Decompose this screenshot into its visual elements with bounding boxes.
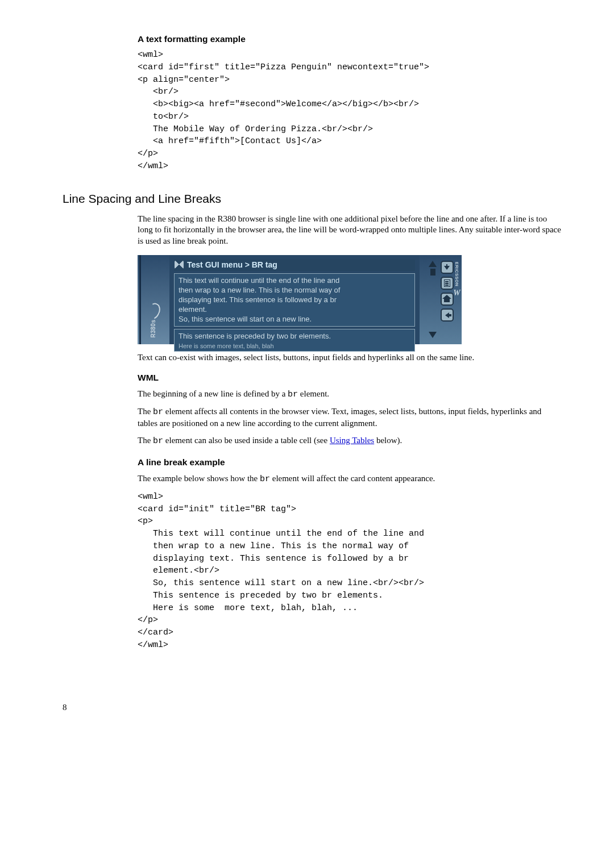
device-left-bezel: R380s — [138, 255, 169, 344]
swoosh-icon — [144, 301, 163, 322]
download-button[interactable] — [441, 261, 454, 274]
device-model-label: R380s — [151, 320, 157, 338]
section-p1: The line spacing in the R380 browser is … — [138, 214, 563, 248]
wml-heading: WML — [138, 373, 563, 383]
scroll-up-icon[interactable] — [429, 261, 437, 267]
example2-heading: A line break example — [138, 457, 563, 468]
scrollbar[interactable] — [428, 261, 438, 338]
section-heading: Line Spacing and Line Breaks — [63, 192, 563, 206]
device-right-controls: ERICSSON W — [420, 255, 462, 344]
wml-p3: The br element can also be used inside a… — [138, 435, 563, 447]
home-button[interactable] — [441, 293, 454, 306]
scroll-thumb[interactable] — [430, 269, 435, 276]
example1-code: <wml> <card id="first" title="Pizza Peng… — [138, 49, 563, 173]
content-box-2: This sentence is preceded by two br elem… — [174, 329, 415, 352]
example2-code: <wml> <card id="init" title="BR tag"> <p… — [138, 491, 563, 652]
browser-titlebar: Test GUI menu > BR tag — [174, 260, 415, 271]
wml-p2: The br element affects all contents in t… — [138, 406, 563, 429]
example2-intro: The example below shows how the br eleme… — [138, 473, 563, 485]
back-button[interactable] — [441, 308, 454, 322]
brand-label: ERICSSON W — [454, 262, 460, 297]
device-screenshot: R380s Test GUI menu > BR tag This text w… — [138, 255, 462, 344]
wml-p1: The beginning of a new line is defined b… — [138, 389, 563, 400]
device-screen: Test GUI menu > BR tag This text will co… — [169, 255, 420, 344]
browser-title-text: Test GUI menu > BR tag — [187, 260, 277, 269]
section-p2: Text can co-exist with images, select li… — [138, 352, 563, 364]
using-tables-link[interactable]: Using Tables — [330, 436, 374, 445]
page-number: 8 — [63, 703, 563, 712]
scroll-down-icon[interactable] — [429, 332, 437, 338]
document-button[interactable] — [441, 277, 454, 290]
example1-heading: A text formatting example — [138, 34, 563, 44]
content-box-1: This text will continue until the end of… — [174, 273, 415, 326]
ericsson-w-icon: W — [453, 289, 460, 298]
app-icon — [175, 261, 184, 269]
